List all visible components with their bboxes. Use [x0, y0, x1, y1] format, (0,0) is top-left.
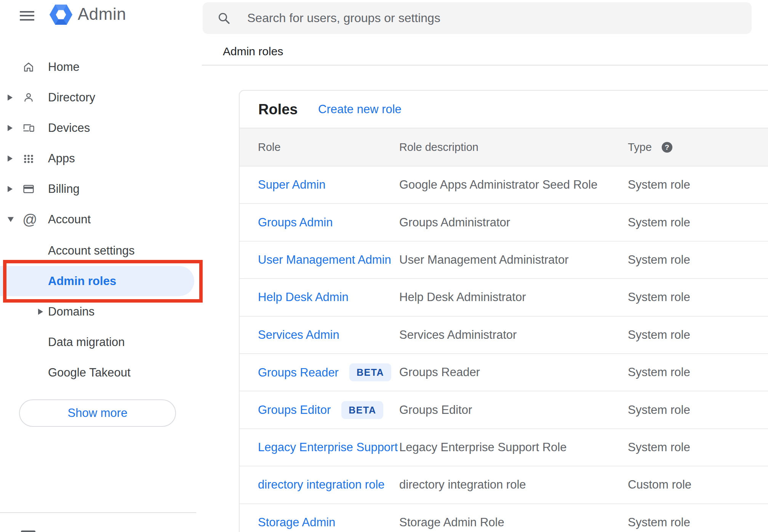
sidebar-item-home[interactable]: Home	[0, 52, 194, 82]
role-description: directory integration role	[399, 478, 526, 492]
role-type: Custom role	[628, 478, 691, 492]
column-header-role: Role	[258, 141, 281, 154]
sidebar-item-label: Billing	[48, 182, 80, 196]
role-type: System role	[628, 328, 690, 342]
role-type: System role	[628, 441, 690, 454]
role-type: System role	[628, 403, 690, 417]
chevron-right-icon[interactable]	[8, 154, 13, 163]
hamburger-icon	[20, 11, 34, 13]
role-link[interactable]: Services Admin	[258, 328, 339, 342]
sidebar-item-billing[interactable]: Billing	[0, 174, 194, 204]
role-description: Storage Admin Role	[399, 516, 504, 529]
table-header-row: Role Role description Type ?	[240, 128, 768, 167]
chevron-down-icon[interactable]	[8, 215, 13, 224]
role-description: Services Administrator	[399, 328, 517, 342]
person-icon	[22, 91, 35, 104]
sidebar-bottom-divider	[0, 512, 196, 513]
table-row: User Management Admin User Management Ad…	[240, 242, 768, 279]
table-row: Help Desk Admin Help Desk Administrator …	[240, 279, 768, 316]
sidebar-item-label: Directory	[48, 91, 95, 104]
chevron-right-icon[interactable]	[8, 93, 13, 103]
role-description: User Management Administrator	[399, 253, 569, 267]
sidebar-item-devices[interactable]: Devices	[0, 113, 194, 143]
apps-grid-icon	[22, 152, 35, 165]
at-sign-icon: @	[22, 213, 35, 226]
column-header-type: Type ?	[628, 141, 672, 154]
sidebar-item-data-migration[interactable]: Data migration	[0, 327, 194, 357]
role-link[interactable]: Help Desk Admin	[258, 290, 349, 304]
role-description: Groups Reader	[399, 365, 480, 379]
role-type: System role	[628, 516, 690, 529]
table-row: Groups Editor BETA Groups Editor System …	[240, 391, 768, 429]
brand-title: Admin	[78, 5, 126, 24]
role-description: Legacy Enterprise Support Role	[399, 441, 566, 454]
breadcrumb-divider	[202, 65, 768, 66]
role-description: Google Apps Administrator Seed Role	[399, 178, 597, 192]
hamburger-menu-button[interactable]	[20, 11, 34, 21]
search-icon	[217, 11, 231, 25]
sidebar: Admin Home Directory Devices	[0, 0, 195, 532]
table-row: Groups Reader BETA Groups Reader System …	[240, 354, 768, 391]
partial-bottom-icon	[21, 530, 35, 532]
role-link[interactable]: Groups Editor	[258, 403, 331, 417]
sidebar-item-label: Admin roles	[48, 274, 116, 288]
sidebar-item-label: Data migration	[48, 335, 125, 349]
search-bar[interactable]	[203, 2, 752, 34]
show-more-button[interactable]: Show more	[19, 399, 176, 427]
sidebar-item-label: Domains	[48, 305, 94, 319]
devices-icon	[22, 122, 35, 134]
role-type: System role	[628, 365, 690, 379]
role-description: Groups Editor	[399, 403, 472, 417]
credit-card-icon	[22, 183, 35, 195]
sidebar-item-domains[interactable]: Domains	[0, 296, 194, 327]
sidebar-item-apps[interactable]: Apps	[0, 143, 194, 174]
role-link[interactable]: directory integration role	[258, 478, 385, 492]
role-link[interactable]: Super Admin	[258, 178, 326, 192]
breadcrumb: Admin roles	[223, 45, 283, 58]
table-row: Services Admin Services Administrator Sy…	[240, 317, 768, 354]
column-header-role-description: Role description	[399, 141, 478, 154]
role-link[interactable]: Groups Reader	[258, 365, 339, 379]
table-row: Groups Admin Groups Administrator System…	[240, 204, 768, 241]
admin-logo[interactable]: Admin	[50, 5, 72, 29]
roles-card: Roles Create new role Role Role descript…	[239, 90, 768, 532]
sidebar-item-label: Apps	[48, 152, 75, 165]
roles-table-body: Super Admin Google Apps Administrator Se…	[240, 167, 768, 532]
role-type: System role	[628, 290, 690, 304]
sidebar-item-label: Devices	[48, 121, 90, 135]
sidebar-item-label: Account	[48, 213, 91, 226]
sidebar-item-account[interactable]: @ Account	[0, 204, 194, 235]
sidebar-item-directory[interactable]: Directory	[0, 82, 194, 113]
role-description: Help Desk Administrator	[399, 290, 526, 304]
beta-badge: BETA	[349, 364, 391, 381]
role-link[interactable]: User Management Admin	[258, 253, 391, 267]
roles-title: Roles	[258, 101, 298, 117]
create-new-role-link[interactable]: Create new role	[318, 103, 402, 116]
sidebar-item-label: Google Takeout	[48, 366, 131, 380]
beta-badge: BETA	[341, 401, 383, 419]
sidebar-item-admin-roles[interactable]: Admin roles	[0, 266, 194, 296]
help-icon[interactable]: ?	[662, 142, 672, 152]
role-type: System role	[628, 178, 690, 192]
role-type: System role	[628, 216, 690, 229]
chevron-right-icon[interactable]	[8, 123, 13, 133]
table-row: directory integration role directory int…	[240, 466, 768, 504]
roles-card-header: Roles Create new role	[240, 91, 768, 128]
role-description: Groups Administrator	[399, 216, 510, 229]
sidebar-item-account-settings[interactable]: Account settings	[0, 236, 194, 266]
sidebar-item-google-takeout[interactable]: Google Takeout	[0, 357, 194, 388]
role-link[interactable]: Groups Admin	[258, 216, 333, 229]
role-type: System role	[628, 253, 690, 267]
chevron-right-icon[interactable]	[38, 307, 43, 317]
role-link[interactable]: Storage Admin	[258, 516, 335, 529]
admin-hexagon-icon	[50, 5, 72, 26]
chevron-right-icon[interactable]	[8, 184, 13, 194]
role-link[interactable]: Legacy Enterprise Support	[258, 441, 398, 454]
search-input[interactable]	[246, 11, 705, 26]
table-row: Storage Admin Storage Admin Role System …	[240, 504, 768, 532]
sidebar-item-label: Account settings	[48, 244, 134, 258]
table-row: Legacy Enterprise Support Legacy Enterpr…	[240, 429, 768, 466]
home-icon	[22, 61, 35, 73]
table-row: Super Admin Google Apps Administrator Se…	[240, 167, 768, 204]
sidebar-item-label: Home	[48, 60, 80, 74]
